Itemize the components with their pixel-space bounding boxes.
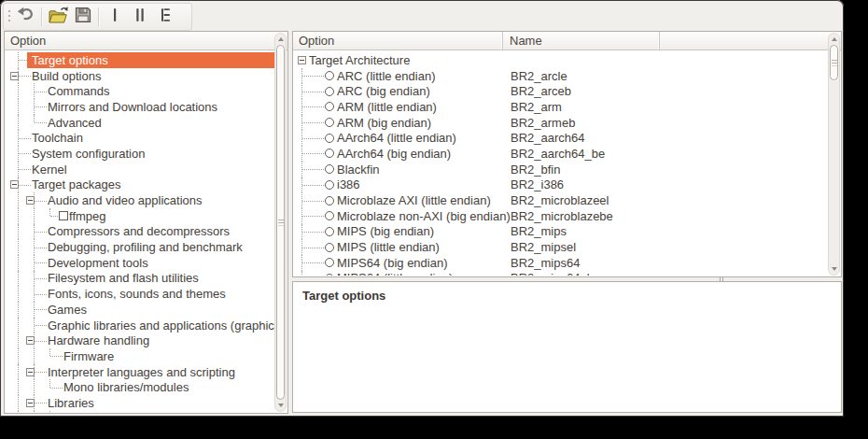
tree-item-label: ffmpeg <box>64 208 111 224</box>
tree-row[interactable]: ARM (little endian)BR2_arm <box>294 99 828 115</box>
tree-expander-minus-icon[interactable] <box>26 336 35 345</box>
tree-expander-minus-icon[interactable] <box>26 399 35 407</box>
back-button[interactable] <box>13 6 38 28</box>
toolbar-separator <box>98 7 99 26</box>
tree-item-label: Games <box>43 302 91 318</box>
tree-item-label: Microblaze AXI (little endian) <box>332 192 496 208</box>
tree-row[interactable]: Fonts, icons, sounds and themes <box>6 286 274 302</box>
symbol-name: BR2_aarch64 <box>511 130 585 146</box>
tree-item-label: AArch64 (little endian) <box>332 130 461 146</box>
symbol-name: BR2_microblazebe <box>511 208 613 224</box>
tree-row[interactable]: Mirrors and Download locations <box>6 99 274 115</box>
tree-expander-minus-icon[interactable] <box>26 368 35 376</box>
tree-item-label: Commands <box>43 83 114 99</box>
save-button[interactable] <box>70 6 95 28</box>
tree-row[interactable]: Build options <box>6 68 274 84</box>
tree-item-label: MIPS64 (little endian) <box>332 271 457 276</box>
tree-item-label: MIPS (little endian) <box>332 239 444 255</box>
tree-row[interactable]: Filesystem and flash utilities <box>6 271 274 287</box>
tree-row[interactable]: Target options <box>6 52 274 68</box>
tree-row[interactable]: ARC (big endian)BR2_arceb <box>294 83 828 99</box>
right-panel-header[interactable]: Option Name <box>293 32 841 50</box>
tree-expander-minus-icon[interactable] <box>10 72 19 80</box>
full-view-button[interactable] <box>152 6 177 28</box>
tree-row[interactable]: AArch64 (little endian)BR2_aarch64 <box>294 130 828 146</box>
scroll-up-icon[interactable] <box>278 37 284 41</box>
tree-item-label: Kernel <box>27 162 72 177</box>
tree-item-label: Mirrors and Download locations <box>43 99 222 115</box>
tree-item-label: Microblaze non-AXI (big endian) <box>332 208 515 224</box>
tree-row[interactable]: ARM (big endian)BR2_armeb <box>294 115 828 131</box>
right-tree: Target ArchitectureARC (little endian)BR… <box>294 50 828 276</box>
tree-row[interactable]: Firmware <box>6 348 274 364</box>
right-scrollbar-thumb[interactable] <box>830 45 838 80</box>
tree-row[interactable]: Interpreter languages and scripting <box>6 364 274 380</box>
tree-item-label: Graphic libraries and applications (grap… <box>43 318 274 333</box>
tree-row[interactable]: BlackfinBR2_bfin <box>294 162 828 177</box>
tree-row[interactable]: Audio/Sound <box>6 411 274 412</box>
header-name-label: Name <box>504 34 542 48</box>
column-divider[interactable] <box>502 32 503 50</box>
tree-row[interactable]: i386BR2_i386 <box>294 177 828 193</box>
tree-row[interactable]: Mono libraries/modules <box>6 379 274 395</box>
tree-row[interactable]: Games <box>6 302 274 318</box>
tree-item-label: Hardware handling <box>43 333 154 348</box>
tree-row[interactable]: Graphic libraries and applications (grap… <box>6 318 274 333</box>
column-divider[interactable] <box>659 32 660 50</box>
tree-row[interactable]: Toolchain <box>6 130 274 146</box>
tree-item-label: Mono libraries/modules <box>59 379 193 395</box>
tree-item-label: Audio/Sound <box>59 411 137 412</box>
tree-item-label: ARC (big endian) <box>332 83 435 99</box>
tree-row[interactable]: Kernel <box>6 162 274 177</box>
scroll-up-icon[interactable] <box>832 37 837 41</box>
scroll-down-icon[interactable] <box>832 267 837 271</box>
tree-row[interactable]: Commands <box>6 83 274 99</box>
tree-row[interactable]: Audio and video applications <box>6 192 274 208</box>
full-tree-view-icon <box>156 6 175 28</box>
tree-expander-minus-icon[interactable] <box>26 196 35 205</box>
tree-row[interactable]: Libraries <box>6 395 274 411</box>
tree-item-label: Build options <box>27 68 105 84</box>
load-button[interactable] <box>45 6 70 28</box>
symbol-name: BR2_microblazeel <box>511 192 609 208</box>
tree-row[interactable]: Target packages <box>6 177 274 193</box>
back-arrow-icon <box>16 6 36 28</box>
tree-row[interactable]: ffmpeg <box>6 208 274 224</box>
left-scrollbar-thumb[interactable] <box>276 45 285 400</box>
tree-row[interactable]: MIPS (big endian)BR2_mips <box>294 224 828 240</box>
left-panel-header[interactable]: Option <box>5 32 287 50</box>
symbol-name: BR2_armeb <box>511 115 575 131</box>
tree-expander-minus-icon[interactable] <box>10 180 19 189</box>
tree-item-label: Blackfin <box>332 162 385 177</box>
left-vertical-scrollbar[interactable] <box>274 33 287 412</box>
toolbar-drag-handle[interactable] <box>7 10 10 24</box>
tree-row[interactable]: Microblaze non-AXI (big endian)BR2_micro… <box>294 208 828 224</box>
tree-row[interactable]: MIPS64 (little endian)BR2_mips64el <box>294 271 828 276</box>
tree-row[interactable]: Microblaze AXI (little endian)BR2_microb… <box>294 192 828 208</box>
tree-row[interactable]: Hardware handling <box>6 333 274 348</box>
tree-row[interactable]: ARC (little endian)BR2_arcle <box>294 68 828 84</box>
symbol-name: BR2_aarch64_be <box>511 146 605 162</box>
scroll-down-icon[interactable] <box>278 404 284 407</box>
tree-row[interactable]: System configuration <box>6 146 274 162</box>
header-option-label: Option <box>293 34 334 48</box>
tree-row[interactable]: Target Architecture <box>294 52 828 68</box>
tree-row[interactable]: MIPS64 (big endian)BR2_mips64 <box>294 255 828 271</box>
single-view-button[interactable] <box>102 6 127 28</box>
tree-item-label: Filesystem and flash utilities <box>43 271 203 287</box>
right-vertical-scrollbar[interactable] <box>828 33 840 276</box>
symbol-name: BR2_arm <box>511 99 562 115</box>
tree-item-label: ARC (little endian) <box>332 68 441 84</box>
tree-row[interactable]: Debugging, profiling and benchmark <box>6 239 274 255</box>
floppy-disk-icon <box>74 6 92 28</box>
tree-item-label: AArch64 (big endian) <box>332 146 455 162</box>
tree-row[interactable]: AArch64 (big endian)BR2_aarch64_be <box>294 146 828 162</box>
tree-row[interactable]: Compressors and decompressors <box>6 224 274 240</box>
tree-row[interactable]: Development tools <box>6 255 274 271</box>
split-view-button[interactable] <box>127 6 152 28</box>
xconfig-window: Option Target optionsBuild optionsComman… <box>0 0 844 417</box>
tree-row[interactable]: MIPS (little endian)BR2_mipsel <box>294 239 828 255</box>
tree-item-label: ARM (big endian) <box>332 115 436 131</box>
tree-row[interactable]: Advanced <box>6 115 274 131</box>
config-list-panel: Option Name Target ArchitectureARC (litt… <box>292 31 842 277</box>
